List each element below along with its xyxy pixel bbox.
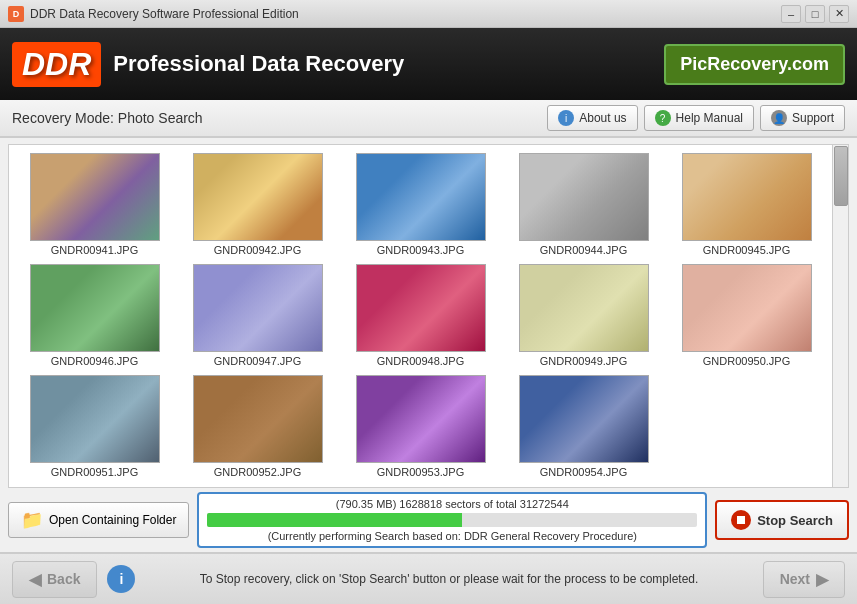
ddr-logo: DDR bbox=[12, 42, 101, 87]
list-item[interactable]: GNDR00951.JPG bbox=[17, 375, 172, 478]
support-button[interactable]: 👤 Support bbox=[760, 105, 845, 131]
progress-fill bbox=[207, 513, 462, 527]
photo-thumbnail bbox=[519, 153, 649, 241]
minimize-button[interactable]: – bbox=[781, 5, 801, 23]
list-item[interactable]: GNDR00947.JPG bbox=[180, 264, 335, 367]
photo-label: GNDR00953.JPG bbox=[377, 466, 464, 478]
list-item[interactable]: GNDR00945.JPG bbox=[669, 153, 824, 256]
close-button[interactable]: ✕ bbox=[829, 5, 849, 23]
about-label: About us bbox=[579, 111, 626, 125]
photo-thumbnail bbox=[30, 375, 160, 463]
bottom-area: 📁 Open Containing Folder (790.35 MB) 162… bbox=[0, 488, 857, 552]
stop-search-button[interactable]: Stop Search bbox=[715, 500, 849, 540]
list-item[interactable]: GNDR00943.JPG bbox=[343, 153, 498, 256]
progress-text: (790.35 MB) 1628818 sectors of total 312… bbox=[207, 498, 697, 510]
photo-label: GNDR00954.JPG bbox=[540, 466, 627, 478]
photo-thumbnail bbox=[356, 153, 486, 241]
list-item[interactable]: GNDR00942.JPG bbox=[180, 153, 335, 256]
list-item[interactable]: GNDR00954.JPG bbox=[506, 375, 661, 478]
list-item[interactable]: GNDR00946.JPG bbox=[17, 264, 172, 367]
help-label: Help Manual bbox=[676, 111, 743, 125]
header-title: Professional Data Recovery bbox=[113, 51, 652, 77]
list-item[interactable]: GNDR00950.JPG bbox=[669, 264, 824, 367]
photo-thumbnail bbox=[30, 264, 160, 352]
back-label: Back bbox=[47, 571, 80, 587]
brand-button[interactable]: PicRecovery.com bbox=[664, 44, 845, 85]
titlebar-title: DDR Data Recovery Software Professional … bbox=[30, 7, 299, 21]
progress-bar bbox=[207, 513, 697, 527]
photo-label: GNDR00950.JPG bbox=[703, 355, 790, 367]
mode-label: Recovery Mode: Photo Search bbox=[12, 110, 203, 126]
modebar: Recovery Mode: Photo Search i About us ?… bbox=[0, 100, 857, 138]
main-content: GNDR00941.JPGGNDR00942.JPGGNDR00943.JPGG… bbox=[0, 138, 857, 604]
photo-thumbnail bbox=[30, 153, 160, 241]
scrollbar-thumb[interactable] bbox=[834, 146, 848, 206]
stop-label: Stop Search bbox=[757, 513, 833, 528]
progress-subtext: (Currently performing Search based on: D… bbox=[207, 530, 697, 542]
header: DDR Professional Data Recovery PicRecove… bbox=[0, 28, 857, 100]
photo-thumbnail bbox=[356, 264, 486, 352]
nav-status-text: To Stop recovery, click on 'Stop Search'… bbox=[145, 572, 752, 586]
photo-grid-container: GNDR00941.JPGGNDR00942.JPGGNDR00943.JPGG… bbox=[8, 144, 849, 488]
back-button[interactable]: ◀ Back bbox=[12, 561, 97, 598]
titlebar: D DDR Data Recovery Software Professiona… bbox=[0, 0, 857, 28]
open-folder-label: Open Containing Folder bbox=[49, 513, 176, 527]
titlebar-left: D DDR Data Recovery Software Professiona… bbox=[8, 6, 299, 22]
photo-thumbnail bbox=[356, 375, 486, 463]
folder-icon: 📁 bbox=[21, 509, 43, 531]
photo-thumbnail bbox=[193, 153, 323, 241]
nav-info-icon: i bbox=[107, 565, 135, 593]
photo-label: GNDR00943.JPG bbox=[377, 244, 464, 256]
photo-thumbnail bbox=[193, 375, 323, 463]
progress-area: (790.35 MB) 1628818 sectors of total 312… bbox=[197, 492, 707, 548]
stop-icon bbox=[731, 510, 751, 530]
navbar: ◀ Back i To Stop recovery, click on 'Sto… bbox=[0, 552, 857, 604]
photo-thumbnail bbox=[519, 375, 649, 463]
maximize-button[interactable]: □ bbox=[805, 5, 825, 23]
photo-label: GNDR00948.JPG bbox=[377, 355, 464, 367]
next-label: Next bbox=[780, 571, 810, 587]
list-item[interactable]: GNDR00952.JPG bbox=[180, 375, 335, 478]
photo-label: GNDR00942.JPG bbox=[214, 244, 301, 256]
scrollbar[interactable] bbox=[832, 145, 848, 487]
photo-thumbnail bbox=[682, 153, 812, 241]
list-item[interactable]: GNDR00949.JPG bbox=[506, 264, 661, 367]
support-icon: 👤 bbox=[771, 110, 787, 126]
list-item[interactable]: GNDR00948.JPG bbox=[343, 264, 498, 367]
list-item[interactable]: GNDR00944.JPG bbox=[506, 153, 661, 256]
photo-label: GNDR00947.JPG bbox=[214, 355, 301, 367]
photo-grid: GNDR00941.JPGGNDR00942.JPGGNDR00943.JPGG… bbox=[9, 145, 848, 486]
about-button[interactable]: i About us bbox=[547, 105, 637, 131]
photo-label: GNDR00944.JPG bbox=[540, 244, 627, 256]
support-label: Support bbox=[792, 111, 834, 125]
open-folder-button[interactable]: 📁 Open Containing Folder bbox=[8, 502, 189, 538]
photo-thumbnail bbox=[193, 264, 323, 352]
help-icon: ? bbox=[655, 110, 671, 126]
photo-thumbnail bbox=[682, 264, 812, 352]
titlebar-controls: – □ ✕ bbox=[781, 5, 849, 23]
photo-label: GNDR00946.JPG bbox=[51, 355, 138, 367]
photo-label: GNDR00949.JPG bbox=[540, 355, 627, 367]
back-arrow-icon: ◀ bbox=[29, 570, 41, 589]
app-icon: D bbox=[8, 6, 24, 22]
list-item[interactable]: GNDR00953.JPG bbox=[343, 375, 498, 478]
next-button[interactable]: Next ▶ bbox=[763, 561, 845, 598]
photo-label: GNDR00952.JPG bbox=[214, 466, 301, 478]
photo-label: GNDR00951.JPG bbox=[51, 466, 138, 478]
stop-square-icon bbox=[737, 516, 745, 524]
info-icon: i bbox=[558, 110, 574, 126]
next-arrow-icon: ▶ bbox=[816, 570, 828, 589]
list-item[interactable]: GNDR00941.JPG bbox=[17, 153, 172, 256]
mode-buttons: i About us ? Help Manual 👤 Support bbox=[547, 105, 845, 131]
photo-label: GNDR00941.JPG bbox=[51, 244, 138, 256]
help-button[interactable]: ? Help Manual bbox=[644, 105, 754, 131]
photo-label: GNDR00945.JPG bbox=[703, 244, 790, 256]
photo-thumbnail bbox=[519, 264, 649, 352]
